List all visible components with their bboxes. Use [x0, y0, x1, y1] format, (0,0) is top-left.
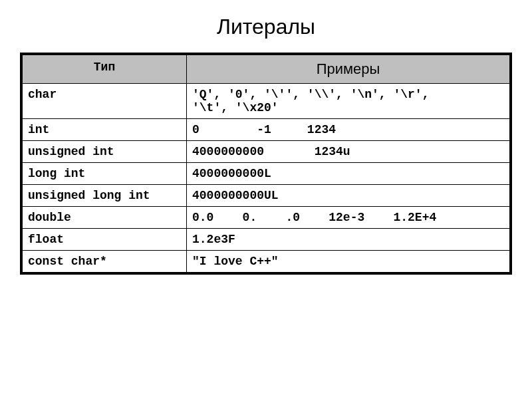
table-row: long int 4000000000L: [23, 163, 510, 185]
cell-example: 4000000000L: [187, 163, 510, 185]
cell-example: 4000000000 1234u: [187, 141, 510, 163]
table-row: float 1.2e3F: [23, 229, 510, 251]
literals-table: Тип Примеры char 'Q', '0', '\'', '\\', '…: [22, 55, 510, 273]
cell-type: double: [23, 207, 187, 229]
cell-type: unsigned int: [23, 141, 187, 163]
cell-example: 4000000000UL: [187, 185, 510, 207]
cell-type: int: [23, 119, 187, 141]
cell-type: const char*: [23, 251, 187, 273]
table-row: double 0.0 0. .0 12e-3 1.2E+4: [23, 207, 510, 229]
cell-type: unsigned long int: [23, 185, 187, 207]
cell-example: 'Q', '0', '\'', '\\', '\n', '\r', '\t', …: [187, 84, 510, 119]
header-examples: Примеры: [187, 55, 510, 84]
header-type: Тип: [23, 55, 187, 84]
literals-table-wrap: Тип Примеры char 'Q', '0', '\'', '\\', '…: [20, 53, 512, 275]
cell-example: "I love C++": [187, 251, 510, 273]
table-row: const char* "I love C++": [23, 251, 510, 273]
table-header-row: Тип Примеры: [23, 55, 510, 84]
cell-type: long int: [23, 163, 187, 185]
table-row: char 'Q', '0', '\'', '\\', '\n', '\r', '…: [23, 84, 510, 119]
cell-example: 1.2e3F: [187, 229, 510, 251]
table-row: int 0 -1 1234: [23, 119, 510, 141]
table-row: unsigned int 4000000000 1234u: [23, 141, 510, 163]
cell-example: 0 -1 1234: [187, 119, 510, 141]
cell-type: char: [23, 84, 187, 119]
cell-type: float: [23, 229, 187, 251]
table-row: unsigned long int 4000000000UL: [23, 185, 510, 207]
page-title: Литералы: [217, 15, 315, 39]
cell-example: 0.0 0. .0 12e-3 1.2E+4: [187, 207, 510, 229]
